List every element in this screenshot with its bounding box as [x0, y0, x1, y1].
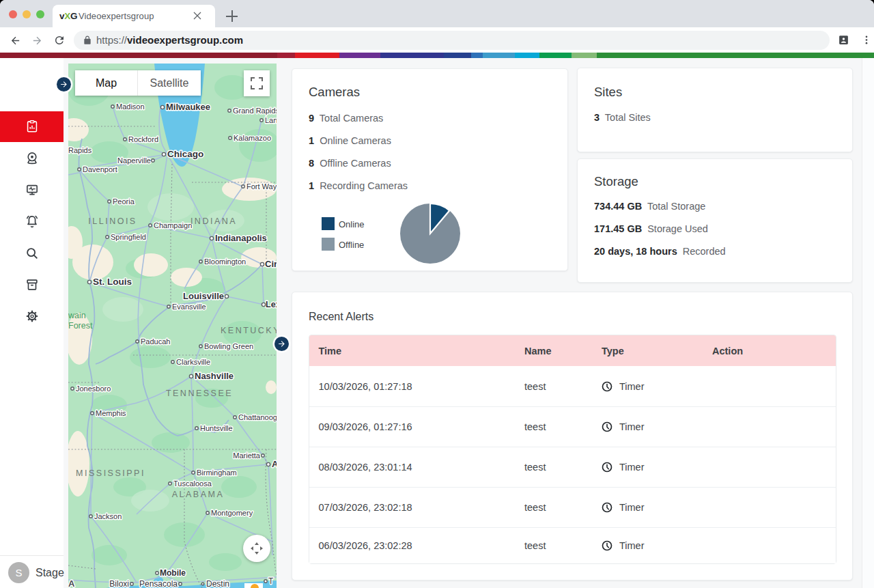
svg-text:ALABAMA: ALABAMA [172, 490, 225, 499]
svg-text:Louisville: Louisville [183, 291, 224, 301]
svg-text:Forest: Forest [68, 321, 93, 331]
svg-text:Jackson: Jackson [94, 512, 122, 520]
svg-text:Bowling Green: Bowling Green [204, 342, 253, 350]
svg-text:A: A [68, 578, 75, 588]
svg-text:ILLINOIS: ILLINOIS [88, 216, 137, 226]
svg-text:Champaign: Champaign [154, 221, 192, 229]
svg-text:Destin: Destin [206, 579, 229, 588]
svg-text:Peoria: Peoria [113, 197, 135, 206]
svg-text:Chicago: Chicago [167, 149, 203, 159]
svg-text:Rapids: Rapids [68, 146, 92, 154]
svg-text:Paducah: Paducah [141, 337, 170, 346]
svg-text:Grand Rapids: Grand Rapids [233, 107, 277, 115]
svg-text:Memphis: Memphis [96, 409, 126, 417]
svg-text:Tuscaloosa: Tuscaloosa [173, 479, 212, 488]
svg-text:Clarksville: Clarksville [176, 358, 210, 366]
svg-text:Lan: Lan [265, 116, 277, 124]
svg-text:Marietta: Marietta [233, 451, 261, 460]
svg-text:MISSISSIPPI: MISSISSIPPI [76, 468, 145, 478]
svg-text:Indianapolis: Indianapolis [215, 233, 267, 243]
svg-text:Springfield: Springfield [111, 233, 146, 241]
svg-text:Milwaukee: Milwaukee [166, 102, 210, 112]
svg-text:A: A [272, 459, 277, 469]
svg-text:Chattanoog: Chattanoog [238, 413, 277, 421]
svg-text:Lex: Lex [266, 300, 277, 309]
svg-text:Cir: Cir [265, 259, 277, 269]
svg-text:KENTUCKY: KENTUCKY [221, 326, 277, 335]
svg-text:Nashville: Nashville [195, 371, 234, 381]
svg-text:Evansville: Evansville [172, 303, 206, 311]
svg-text:Bloomington: Bloomington [204, 257, 246, 266]
svg-text:Rockford: Rockford [128, 135, 158, 143]
svg-text:St. Louis: St. Louis [93, 277, 132, 287]
svg-text:Naperville: Naperville [117, 156, 151, 165]
svg-text:Madison: Madison [116, 102, 145, 111]
svg-text:Kalamazoo: Kalamazoo [234, 134, 271, 142]
svg-text:T: T [268, 576, 274, 586]
svg-text:Davenport: Davenport [83, 165, 117, 173]
svg-text:TENNESSEE: TENNESSEE [166, 389, 233, 398]
svg-text:Fort Way: Fort Way [246, 182, 277, 191]
svg-text:wain: wain [68, 311, 86, 320]
svg-text:Montgomery: Montgomery [211, 509, 253, 517]
svg-text:Pensacola: Pensacola [139, 579, 178, 588]
svg-text:Huntsville: Huntsville [200, 424, 233, 432]
svg-text:Mobile: Mobile [160, 568, 186, 578]
svg-text:INDIANA: INDIANA [191, 216, 237, 226]
svg-text:Jonesboro: Jonesboro [76, 384, 111, 393]
svg-text:Biloxi: Biloxi [109, 579, 129, 588]
svg-text:Birmingham: Birmingham [197, 468, 237, 477]
